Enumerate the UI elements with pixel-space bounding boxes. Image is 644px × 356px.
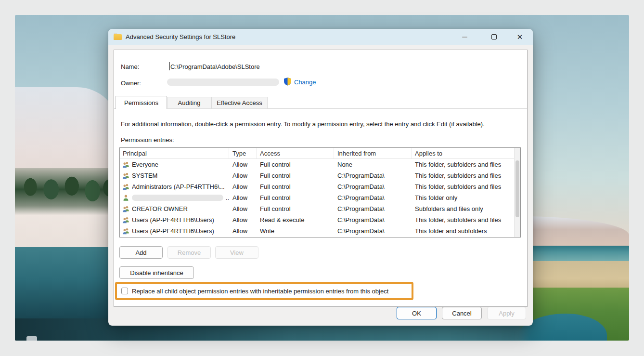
column-type[interactable]: Type: [229, 148, 257, 158]
cell-inherited-from: C:\ProgramData\: [334, 172, 412, 179]
cell-applies-to: Subfolders and files only: [412, 205, 520, 212]
tab-auditing[interactable]: Auditing: [167, 97, 211, 109]
table-row[interactable]: Administrators (AP-PF4RTTH6\...AllowFull…: [120, 181, 520, 192]
cell-access: Full control: [257, 161, 334, 168]
content-panel: Name: C:\ProgramData\Adobe\SLStore Owner…: [114, 50, 528, 307]
permission-table-body: EveryoneAllowFull controlNoneThis folder…: [120, 159, 520, 237]
replace-permissions-label: Replace all child object permission entr…: [132, 288, 388, 295]
uac-shield-icon: [283, 77, 292, 86]
principal-label: Administrators (AP-PF4RTTH6\...: [132, 183, 225, 190]
cell-principal[interactable]: CREATOR OWNER: [120, 205, 229, 212]
owner-value-redacted: [167, 79, 279, 86]
close-icon: ✕: [517, 33, 523, 40]
cell-principal[interactable]: Everyone: [120, 161, 229, 168]
principal-suffix: ..: [226, 194, 229, 201]
cell-applies-to: This folder, subfolders and files: [412, 183, 520, 190]
replace-permissions-highlight: Replace all child object permission entr…: [115, 282, 413, 300]
redacted-principal: [132, 195, 223, 201]
user-icon: [122, 194, 129, 201]
text-cursor: [169, 62, 170, 70]
cell-applies-to: This folder only: [412, 194, 520, 201]
cell-principal[interactable]: Users (AP-PF4RTTH6\Users): [120, 227, 229, 235]
cell-access: Full control: [257, 205, 334, 212]
table-row[interactable]: EveryoneAllowFull controlNoneThis folder…: [120, 159, 520, 170]
group-icon: [122, 227, 129, 235]
group-icon: [122, 161, 129, 168]
table-row[interactable]: Users (AP-PF4RTTH6\Users)AllowRead & exe…: [120, 214, 520, 225]
table-header: Principal Type Access Inherited from App…: [120, 148, 520, 159]
remove-button[interactable]: Remove: [167, 246, 211, 259]
cancel-button[interactable]: Cancel: [442, 307, 482, 319]
add-button[interactable]: Add: [119, 246, 163, 259]
cell-applies-to: This folder and subfolders: [412, 227, 520, 235]
minimize-icon: [462, 37, 467, 38]
column-principal[interactable]: Principal: [120, 148, 229, 158]
cell-inherited-from: None: [334, 161, 412, 168]
permission-table[interactable]: Principal Type Access Inherited from App…: [119, 147, 521, 237]
table-scrollbar[interactable]: [514, 148, 520, 237]
table-row[interactable]: CREATOR OWNERAllowFull controlC:\Program…: [120, 203, 520, 214]
cell-applies-to: This folder, subfolders and files: [412, 172, 520, 179]
cell-type: Allow: [229, 161, 257, 168]
cell-access: Full control: [257, 183, 334, 190]
column-applies-to[interactable]: Applies to: [412, 148, 520, 158]
apply-button[interactable]: Apply: [487, 307, 526, 319]
cell-principal[interactable]: Users (AP-PF4RTTH6\Users): [120, 216, 229, 224]
replace-permissions-checkbox[interactable]: [121, 288, 128, 294]
tab-effective-access[interactable]: Effective Access: [211, 97, 268, 109]
cell-type: Allow: [229, 205, 257, 212]
name-value[interactable]: C:\ProgramData\Adobe\SLStore: [170, 63, 260, 70]
disable-inheritance-button[interactable]: Disable inheritance: [119, 266, 194, 279]
change-owner-link[interactable]: Change: [294, 79, 316, 86]
cell-type: Allow: [229, 227, 257, 235]
wallpaper-trees: [15, 168, 118, 215]
principal-label: Users (AP-PF4RTTH6\Users): [132, 227, 214, 235]
tab-permissions[interactable]: Permissions: [116, 96, 167, 109]
group-icon: [122, 205, 129, 212]
permission-entries-label: Permission entries:: [121, 136, 174, 144]
advanced-security-settings-dialog: Advanced Security Settings for SLStore ✕…: [108, 29, 533, 326]
titlebar[interactable]: Advanced Security Settings for SLStore ✕: [108, 29, 533, 45]
view-button[interactable]: View: [215, 246, 258, 259]
cell-inherited-from: C:\ProgramData\: [334, 194, 412, 201]
cell-access: Full control: [257, 194, 334, 201]
cell-access: Read & execute: [257, 216, 334, 224]
maximize-button[interactable]: [483, 29, 505, 45]
description-text: For additional information, double-click…: [121, 120, 523, 128]
cell-type: Allow: [229, 172, 257, 179]
owner-label: Owner:: [121, 79, 141, 87]
name-label: Name:: [121, 63, 139, 70]
tabstrip: Permissions Auditing Effective Access: [114, 96, 527, 109]
minimize-button[interactable]: [453, 29, 476, 45]
table-row[interactable]: Users (AP-PF4RTTH6\Users)AllowWriteC:\Pr…: [120, 225, 520, 237]
cell-type: Allow: [229, 216, 257, 224]
ok-button[interactable]: OK: [397, 307, 437, 319]
group-icon: [122, 183, 129, 190]
table-row[interactable]: SYSTEMAllowFull controlC:\ProgramData\Th…: [120, 170, 520, 181]
cell-inherited-from: C:\ProgramData\: [334, 183, 412, 190]
window-title: Advanced Security Settings for SLStore: [126, 33, 235, 40]
group-icon: [122, 172, 129, 179]
cell-principal[interactable]: ..: [120, 194, 229, 201]
cell-inherited-from: C:\ProgramData\: [334, 227, 412, 235]
principal-label: CREATOR OWNER: [132, 205, 188, 212]
cell-principal[interactable]: SYSTEM: [120, 172, 229, 179]
group-icon: [122, 216, 129, 224]
cell-type: Allow: [229, 183, 257, 190]
cell-inherited-from: C:\ProgramData\: [334, 216, 412, 224]
folder-icon: [114, 33, 122, 40]
principal-label: Users (AP-PF4RTTH6\Users): [132, 216, 214, 224]
close-button[interactable]: ✕: [509, 29, 531, 45]
scrollbar-thumb[interactable]: [515, 160, 519, 217]
cell-access: Full control: [257, 172, 334, 179]
principal-label: Everyone: [132, 161, 158, 168]
table-row[interactable]: ..AllowFull controlC:\ProgramData\This f…: [120, 192, 520, 203]
cell-applies-to: This folder, subfolders and files: [412, 161, 520, 168]
maximize-icon: [491, 34, 497, 40]
column-inherited-from[interactable]: Inherited from: [334, 148, 412, 158]
cell-principal[interactable]: Administrators (AP-PF4RTTH6\...: [120, 183, 229, 190]
column-access[interactable]: Access: [257, 148, 334, 158]
cell-inherited-from: C:\ProgramData\: [334, 205, 412, 212]
cell-type: Allow: [229, 194, 257, 201]
cell-applies-to: This folder, subfolders and files: [412, 216, 520, 224]
